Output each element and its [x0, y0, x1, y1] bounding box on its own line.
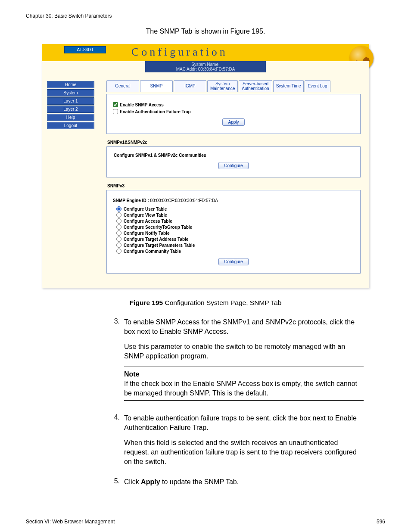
radio-access-table[interactable]: [116, 218, 121, 224]
radio-user-table[interactable]: [116, 206, 121, 212]
note-body: If the check box in the Enable SNMP Acce…: [124, 379, 364, 398]
device-model: AT-8400: [64, 46, 106, 53]
step-3-p1: To enable SNMP Access for the SNMPv1 and…: [124, 317, 364, 336]
nav-layer1[interactable]: Layer 1: [47, 97, 94, 105]
step-3-p2: Use this parameter to enable the switch …: [124, 342, 364, 361]
step-3-num: 3.: [108, 317, 124, 408]
note-label: Note: [124, 370, 364, 379]
radio-target-addr-table[interactable]: [116, 236, 121, 242]
system-info-bar: System Name: MAC Addr: 00:30:84:FD:57:DA: [42, 61, 369, 72]
step-5-suffix: to update the SNMP Tab.: [160, 478, 239, 485]
engine-id-value: 80:00:00:CF:03:00:30:84:FD:57:DA: [150, 198, 218, 203]
lbl-community-table: Configure Community Table: [124, 249, 181, 254]
nav-logout[interactable]: Logout: [47, 122, 94, 129]
footer-section: Section VI: Web Browser Management: [26, 519, 115, 525]
enable-snmp-label: Enable SNMP Access: [120, 103, 164, 107]
snmpv1v2-panel: Configure SNMPv1 & SNMPv2c Communities C…: [106, 146, 361, 177]
lbl-notify-table: Configure Notify Table: [124, 231, 169, 236]
nav-layer2[interactable]: Layer 2: [47, 106, 94, 113]
footer-page: 596: [377, 519, 385, 525]
page-title: Configuration: [128, 44, 369, 61]
tab-general[interactable]: General: [106, 80, 139, 92]
enable-auth-trap-checkbox[interactable]: [113, 109, 118, 114]
snmpv1v2-header: SNMPv1&SNMPv2c: [107, 140, 361, 145]
step-4-p2: When this field is selected and the swit…: [124, 438, 364, 466]
tabs-row: General SNMP IGMP System Maintenance Ser…: [106, 80, 361, 92]
step-5-text: Click Apply to update the SNMP Tab.: [124, 477, 364, 487]
nav-help[interactable]: Help: [47, 114, 94, 121]
lbl-sectogroup-table: Configure SecurityToGroup Table: [124, 225, 192, 230]
step-4-num: 4.: [108, 414, 124, 472]
tab-sm-line2: Maintenance: [210, 87, 235, 91]
tab-system-time[interactable]: System Time: [273, 80, 304, 92]
lbl-access-table: Configure Access Table: [124, 219, 172, 224]
tab-igmp[interactable]: IGMP: [174, 80, 206, 92]
engine-id-label: SNMP Engine ID :: [113, 198, 149, 203]
enable-auth-trap-label: Enable Authentication Failure Trap: [120, 109, 191, 114]
lbl-target-addr-table: Configure Target Address Table: [124, 237, 188, 242]
tab-sm-line1: System: [215, 82, 230, 87]
radio-community-table[interactable]: [116, 249, 121, 254]
step-5-bold: Apply: [141, 478, 160, 485]
enable-snmp-checkbox[interactable]: [113, 102, 118, 107]
left-nav: Home System Layer 1 Layer 2 Help Logout: [42, 72, 94, 280]
snmpv3-header: SNMPv3: [107, 184, 361, 188]
snmp-access-panel: Enable SNMP Access Enable Authentication…: [106, 94, 361, 134]
figure-number: Figure 195: [130, 299, 163, 306]
chapter-header: Chapter 30: Basic Switch Parameters: [26, 13, 385, 19]
lbl-target-params-table: Configure Target Parameters Table: [124, 243, 195, 248]
apply-button[interactable]: Apply: [222, 118, 244, 126]
radio-notify-table[interactable]: [116, 230, 121, 236]
step-5-prefix: Click: [124, 478, 141, 485]
mac-address: MAC Addr: 00:30:84:FD:57:DA: [176, 67, 235, 72]
radio-target-params-table[interactable]: [116, 243, 121, 248]
step-4-p1: To enable authentication failure traps t…: [124, 414, 364, 432]
configure-v3-button[interactable]: Configure: [218, 258, 248, 265]
note-box: Note If the check box in the Enable SNMP…: [124, 367, 364, 401]
tab-snmp[interactable]: SNMP: [140, 80, 173, 92]
tab-sa-line2: Authentication: [242, 87, 269, 91]
configure-v1v2-button[interactable]: Configure: [218, 162, 248, 169]
nav-home[interactable]: Home: [47, 81, 94, 88]
step-5-num: 5.: [108, 477, 124, 493]
lbl-user-table: Configure User Table: [124, 207, 167, 212]
tab-sa-line1: Server-based: [243, 82, 268, 87]
snmpv1v2-sub: Configure SNMPv1 & SNMPv2c Communities: [114, 153, 354, 158]
config-screenshot: AT-8400 Configuration System Name: MAC A…: [42, 44, 369, 288]
tab-system-maintenance[interactable]: System Maintenance: [207, 80, 238, 92]
nav-system[interactable]: System: [47, 89, 94, 96]
intro-line: The SNMP Tab is shown in Figure 195.: [26, 28, 385, 35]
tab-event-log[interactable]: Event Log: [305, 80, 330, 92]
figure-caption: Figure 195 Configuration System Page, SN…: [26, 299, 385, 307]
tab-server-auth[interactable]: Server-based Authentication: [239, 80, 272, 92]
radio-sectogroup-table[interactable]: [116, 224, 121, 230]
lbl-view-table: Configure View Table: [124, 213, 167, 218]
system-name-label: System Name:: [191, 62, 220, 67]
radio-view-table[interactable]: [116, 212, 121, 218]
figure-title: Configuration System Page, SNMP Tab: [163, 299, 281, 306]
snmpv3-panel: SNMP Engine ID : 80:00:00:CF:03:00:30:84…: [106, 190, 361, 274]
